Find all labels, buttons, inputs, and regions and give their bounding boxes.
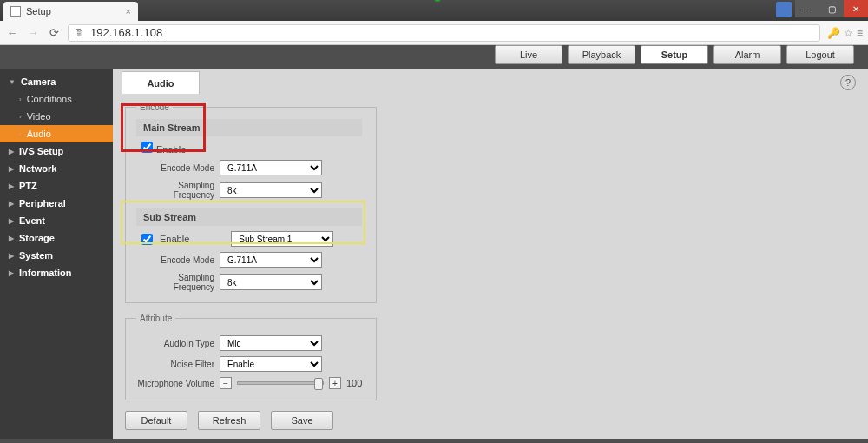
key-icon[interactable]: 🔑 [827,27,840,39]
sidebar-group-information[interactable]: ▶Information [0,264,113,281]
url-text: 192.168.1.108 [90,26,162,39]
audioin-select[interactable]: Mic [220,335,322,351]
app-header: Live Playback Setup Alarm Logout [0,45,868,69]
main-sampling-select[interactable]: 8k [220,182,322,198]
sub-enable-checkbox[interactable] [141,234,153,245]
tab-audio[interactable]: Audio [122,71,200,94]
sub-sampling-select[interactable]: 8k [220,274,322,290]
nav-playback[interactable]: Playback [568,45,635,64]
save-button[interactable]: Save [271,411,333,430]
site-icon: 🗎 [74,26,85,39]
chevron-right-icon: › [19,130,22,138]
volume-increase-button[interactable]: + [329,377,341,389]
volume-decrease-button[interactable]: − [220,377,232,389]
forward-button[interactable]: → [26,26,40,39]
nav-logout[interactable]: Logout [786,45,854,64]
volume-value: 100 [346,378,362,388]
sidebar-group-peripheral[interactable]: ▶Peripheral [0,195,113,212]
sidebar-group-network[interactable]: ▶Network [0,160,113,177]
volume-slider[interactable] [237,381,324,385]
attribute-legend: Attribute [136,314,175,323]
chevron-right-icon: ▶ [9,235,14,242]
tab-close-icon[interactable]: × [126,6,131,17]
sub-sampling-label: Sampling Frequency [136,273,220,292]
refresh-button[interactable]: Refresh [198,411,260,430]
browser-toolbar: ← → ⟳ 🗎 192.168.1.108 🔑 ☆ ≡ [0,21,868,45]
slider-thumb-icon[interactable] [314,378,323,390]
sidebar-group-ivs[interactable]: ▶IVS Setup [0,142,113,160]
encode-legend: Encode [136,102,173,112]
chevron-down-icon: ▼ [9,78,16,86]
sidebar-group-storage[interactable]: ▶Storage [0,229,113,247]
back-button[interactable]: ← [5,26,19,39]
nav-live[interactable]: Live [495,45,562,64]
browser-tab[interactable]: Setup × [3,2,138,21]
notification-dot [434,0,441,2]
sidebar-item-audio[interactable]: ›Audio [0,125,113,142]
attribute-fieldset: Attribute AudioIn Type Mic Noise Filter … [125,314,377,400]
window-minimize-button[interactable]: — [795,0,819,17]
sidebar-group-system[interactable]: ▶System [0,247,113,264]
sub-stream-select[interactable]: Sub Stream 1 [231,231,333,247]
sidebar-group-event[interactable]: ▶Event [0,212,113,229]
noise-select[interactable]: Enable [220,356,322,372]
page-icon [10,6,21,17]
chevron-right-icon: ▶ [9,252,14,260]
address-bar[interactable]: 🗎 192.168.1.108 [68,24,820,42]
menu-icon[interactable]: ≡ [857,27,863,39]
chevron-right-icon: ▶ [9,217,14,225]
help-icon[interactable]: ? [840,75,856,90]
mic-label: Microphone Volume [136,379,220,388]
sub-enable-label: Enable [160,234,189,244]
window-maximize-button[interactable]: ▢ [819,0,844,17]
content-panel: ? Audio Encode Main Stream Enable [113,69,868,439]
bookmark-icon[interactable]: ☆ [844,27,853,39]
main-enable-checkbox[interactable] [141,142,153,153]
reload-button[interactable]: ⟳ [47,26,61,39]
chevron-right-icon: ▶ [9,182,14,190]
browser-titlebar: Setup × — ▢ ✕ [0,0,868,21]
profile-avatar-icon[interactable] [776,2,792,17]
sub-encode-mode-label: Encode Mode [136,255,220,265]
encode-fieldset: Encode Main Stream Enable Encode Mode G.… [125,102,377,303]
main-stream-header: Main Stream [136,119,362,136]
main-enable-label: Enable [156,144,186,155]
main-encode-mode-select[interactable]: G.711A [220,160,322,175]
tab-title: Setup [26,6,51,17]
sidebar-group-ptz[interactable]: ▶PTZ [0,177,113,195]
sidebar-group-camera[interactable]: ▼Camera [0,73,113,90]
chevron-right-icon: ▶ [9,200,14,208]
noise-label: Noise Filter [136,360,220,369]
default-button[interactable]: Default [125,411,187,430]
sidebar-item-video[interactable]: ›Video [0,108,113,125]
main-encode-mode-label: Encode Mode [136,163,220,173]
sub-encode-mode-select[interactable]: G.711A [220,252,322,268]
chevron-right-icon: ▶ [9,269,14,277]
audioin-label: AudioIn Type [136,339,220,348]
chevron-right-icon: › [19,113,22,121]
sub-stream-header: Sub Stream [136,208,362,226]
main-sampling-label: Sampling Frequency [136,181,220,200]
window-close-button[interactable]: ✕ [844,0,868,17]
nav-alarm[interactable]: Alarm [713,45,781,64]
chevron-right-icon: › [19,96,22,103]
sidebar: ▼Camera ›Conditions ›Video ›Audio ▶IVS S… [0,69,113,439]
sidebar-item-conditions[interactable]: ›Conditions [0,90,113,108]
chevron-right-icon: ▶ [9,165,14,173]
nav-setup[interactable]: Setup [641,45,708,64]
chevron-right-icon: ▶ [9,148,14,155]
